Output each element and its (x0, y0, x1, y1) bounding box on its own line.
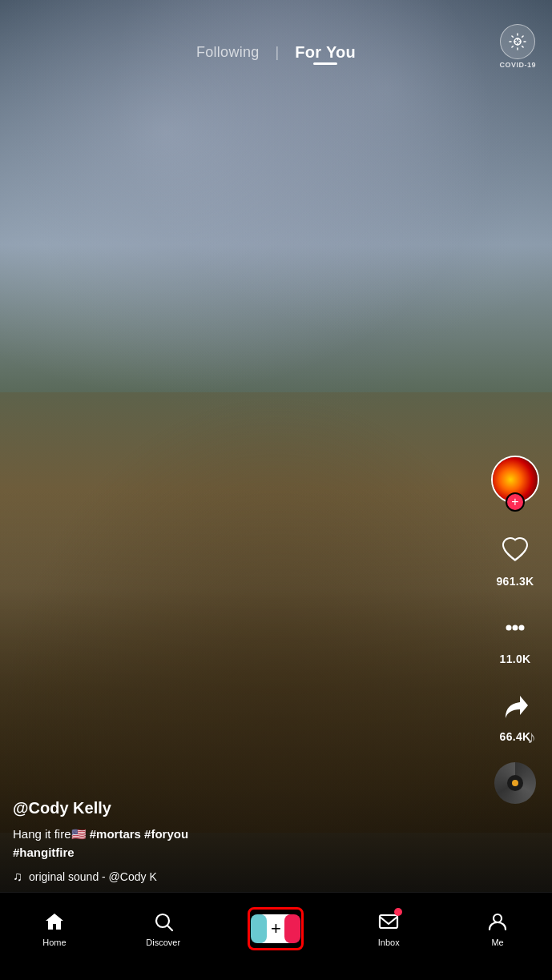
nav-item-inbox[interactable]: Inbox (365, 910, 413, 947)
svg-point-1 (506, 625, 512, 631)
like-action[interactable]: 961.3K (494, 529, 536, 588)
create-plus-icon: + (271, 920, 281, 938)
comment-count: 11.0K (500, 653, 531, 665)
covid-text: COVID-19 (499, 61, 536, 69)
share-count: 66.4K (500, 730, 531, 743)
like-count: 961.3K (497, 575, 534, 588)
follow-button[interactable]: + (506, 492, 525, 512)
nav-item-create[interactable]: + (248, 907, 304, 950)
floating-music-note: ♪ (527, 727, 536, 748)
svg-point-3 (519, 625, 525, 631)
music-note-icon: ♫ (13, 870, 22, 884)
music-disc-action[interactable] (494, 762, 536, 804)
inbox-label: Inbox (378, 938, 400, 947)
ground-overlay (0, 392, 552, 833)
discover-icon (151, 910, 175, 934)
music-disc (494, 762, 536, 804)
nav-divider: | (276, 44, 280, 61)
create-button-box[interactable]: + (248, 907, 304, 950)
nav-item-me[interactable]: Me (473, 910, 522, 947)
svg-line-5 (167, 926, 172, 930)
svg-point-7 (494, 914, 502, 922)
nav-item-home[interactable]: Home (30, 910, 79, 947)
right-actions: + 961.3K 11.0K 66.4K (491, 456, 539, 804)
covid-badge[interactable]: COVID-19 (499, 24, 536, 69)
nav-following[interactable]: Following (196, 44, 260, 61)
music-text: original sound - @Cody K (29, 870, 157, 883)
top-bar: Following | For You COVID-19 (0, 0, 552, 88)
music-info[interactable]: ♫ original sound - @Cody K (13, 870, 488, 884)
nav-foryou[interactable]: For You (295, 43, 356, 62)
like-icon (494, 529, 536, 571)
me-label: Me (491, 938, 503, 947)
share-icon (494, 685, 536, 726)
covid-icon (500, 24, 535, 59)
bottom-nav: Home Discover + Inbox (0, 892, 552, 980)
top-nav: Following | For You (196, 43, 356, 62)
create-button[interactable]: + (255, 914, 296, 943)
username[interactable]: @Cody Kelly (13, 799, 488, 817)
inbox-icon (377, 910, 401, 934)
comment-action[interactable]: 11.0K (494, 607, 536, 665)
nav-item-discover[interactable]: Discover (139, 910, 187, 947)
home-icon (42, 910, 66, 934)
bottom-info: @Cody Kelly Hang it fire🇺🇸 #mortars #for… (13, 799, 488, 884)
me-icon (486, 910, 510, 934)
svg-point-2 (513, 625, 518, 631)
comment-icon (494, 607, 536, 649)
caption: Hang it fire🇺🇸 #mortars #foryou #hangitf… (13, 825, 488, 862)
avatar-container[interactable]: + (491, 456, 539, 504)
discover-label: Discover (146, 938, 180, 947)
music-disc-inner (507, 775, 523, 791)
svg-rect-6 (380, 915, 397, 928)
music-disc-dot (512, 780, 518, 786)
home-label: Home (42, 938, 66, 947)
inbox-notification-dot (394, 908, 402, 916)
